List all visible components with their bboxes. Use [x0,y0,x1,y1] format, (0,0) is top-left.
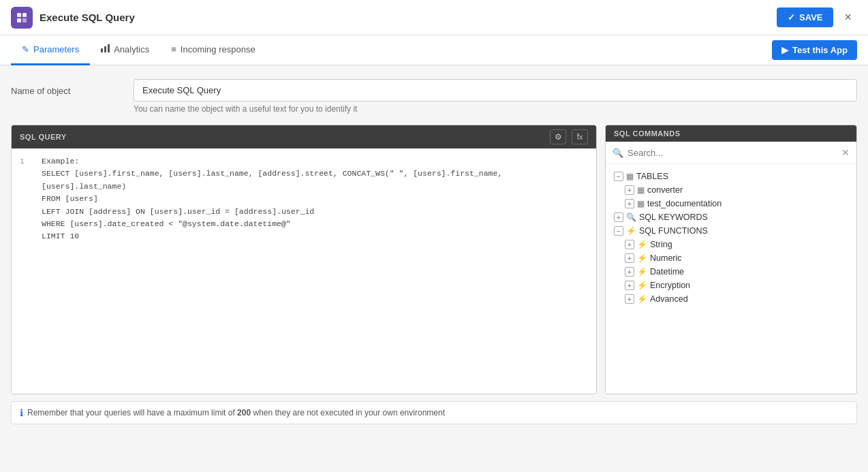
tabs-container: ✎ Parameters Analytics ≡ Incoming respon… [11,35,266,65]
svg-rect-0 [17,13,21,17]
main-content: Name of object You can name the object w… [0,65,868,472]
sql-keywords-toggle[interactable]: + [614,213,623,222]
sql-editor[interactable]: 1 Example: SELECT [users].first_name, [u… [12,148,596,394]
tree-sql-keywords-row[interactable]: + 🔍 SQL KEYWORDS [606,210,856,224]
test-app-button[interactable]: ▶ Test this App [772,40,857,60]
header-left: Execute SQL Query [11,7,135,29]
sql-commands-header: SQL COMMANDS [606,125,856,142]
string-label: String [650,240,672,249]
tree-test-documentation-row[interactable]: + ▦ test_documentation [606,197,856,210]
numeric-toggle[interactable]: + [625,253,634,263]
tab-analytics-label: Analytics [114,44,149,54]
test-doc-label: test_documentation [647,199,722,208]
tables-toggle[interactable]: − [614,172,623,181]
sql-line-1: 1 Example: SELECT [users].first_name, [u… [20,155,588,243]
sql-functions-bolt-icon: ⚡ [626,226,636,236]
svg-rect-2 [17,18,21,22]
numeric-bolt-icon: ⚡ [637,253,647,263]
string-toggle[interactable]: + [625,240,634,249]
advanced-label: Advanced [650,294,688,304]
commands-search-row: 🔍 ✕ [606,142,856,164]
footer-note2-text: when they are not executed in your own e… [251,408,445,418]
footer-text: Remember that your queries will have a m… [27,408,445,418]
sql-query-title: SQL QUERY [20,133,67,141]
test-app-label: Test this App [792,45,848,55]
function-icon-button[interactable]: fx [572,129,588,144]
encryption-label: Encryption [650,281,690,290]
save-button[interactable]: ✓ SAVE [777,7,833,27]
datetime-bolt-icon: ⚡ [637,267,647,277]
datetime-toggle[interactable]: + [625,267,634,277]
test-icon: ▶ [781,45,788,55]
app-header: Execute SQL Query ✓ SAVE × [0,0,868,35]
footer-note: ℹ Remember that your queries will have a… [11,401,857,424]
datetime-label: Datetime [650,267,684,277]
sql-functions-label: SQL FUNCTIONS [639,226,708,236]
name-field-label: Name of object [11,79,134,96]
sql-query-panel: SQL QUERY ⚙ fx 1 Example: SELECT [users]… [11,125,597,394]
save-check-icon: ✓ [788,12,795,22]
tab-incoming-response-label: Incoming response [181,44,255,54]
sql-commands-tree: − ▦ TABLES + ▦ converter + ▦ test_docume… [606,164,856,311]
svg-rect-5 [104,46,106,52]
sql-functions-toggle[interactable]: − [614,226,623,236]
tree-string-row[interactable]: + ⚡ String [606,238,856,251]
numeric-label: Numeric [650,253,682,263]
app-title: Execute SQL Query [40,12,135,23]
analytics-icon [101,44,110,54]
tables-label: TABLES [636,172,668,181]
settings-icon-button[interactable]: ⚙ [550,129,566,144]
svg-rect-1 [22,13,27,17]
svg-rect-6 [108,44,110,52]
tree-advanced-row[interactable]: + ⚡ Advanced [606,292,856,306]
test-doc-table-icon: ▦ [637,199,645,208]
tree-sql-functions-row[interactable]: − ⚡ SQL FUNCTIONS [606,224,856,238]
converter-label: converter [647,185,683,195]
tree-datetime-row[interactable]: + ⚡ Datetime [606,265,856,279]
info-icon: ℹ [20,407,23,418]
parameters-icon: ✎ [22,44,29,54]
test-doc-toggle[interactable]: + [625,199,634,208]
sql-query-panel-header: SQL QUERY ⚙ fx [12,125,596,148]
tabs-row: ✎ Parameters Analytics ≡ Incoming respon… [0,35,868,65]
tree-tables-row[interactable]: − ▦ TABLES [606,170,856,183]
sql-area: SQL QUERY ⚙ fx 1 Example: SELECT [users]… [11,125,857,394]
header-right: ✓ SAVE × [777,7,857,27]
encryption-bolt-icon: ⚡ [637,281,647,290]
advanced-bolt-icon: ⚡ [637,294,647,304]
sql-keywords-label: SQL KEYWORDS [639,213,708,222]
sql-keywords-icon: 🔍 [626,213,636,222]
svg-rect-3 [22,18,27,22]
footer-note-text: Remember that your queries will have a m… [27,408,237,418]
incoming-response-icon: ≡ [171,44,176,54]
name-of-object-row: Name of object You can name the object w… [11,79,857,114]
converter-toggle[interactable]: + [625,185,634,195]
tab-parameters[interactable]: ✎ Parameters [11,35,90,65]
line-num-1: 1 [20,155,31,243]
search-icon: 🔍 [613,148,623,158]
name-field-input[interactable] [134,79,857,101]
sql-commands-title: SQL COMMANDS [614,129,680,138]
close-button[interactable]: × [839,7,857,27]
tab-analytics[interactable]: Analytics [90,35,160,65]
tree-converter-row[interactable]: + ▦ converter [606,183,856,197]
footer-limit: 200 [237,408,251,418]
tables-grid-icon: ▦ [626,172,634,181]
tab-incoming-response[interactable]: ≡ Incoming response [160,35,266,65]
encryption-toggle[interactable]: + [625,281,634,290]
name-field-content: You can name the object with a useful te… [134,79,857,114]
svg-rect-4 [101,48,103,52]
advanced-toggle[interactable]: + [625,294,634,304]
string-bolt-icon: ⚡ [637,240,647,249]
converter-table-icon: ▦ [637,185,645,195]
name-field-hint: You can name the object with a useful te… [134,104,857,114]
sql-code-1: Example: SELECT [users].first_name, [use… [42,155,588,243]
tab-parameters-label: Parameters [33,44,79,54]
panel-header-icons: ⚙ fx [550,129,588,144]
tree-numeric-row[interactable]: + ⚡ Numeric [606,251,856,265]
app-icon [11,7,33,29]
tree-encryption-row[interactable]: + ⚡ Encryption [606,279,856,292]
search-clear-icon[interactable]: ✕ [841,147,850,158]
commands-search-input[interactable] [627,148,837,158]
save-label: SAVE [799,12,822,22]
